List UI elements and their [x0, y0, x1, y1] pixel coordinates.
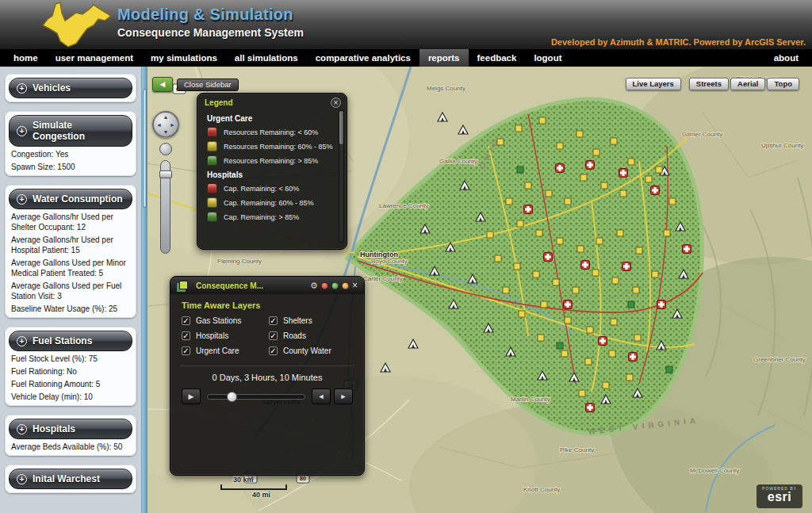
- gas-station-marker[interactable]: [546, 190, 552, 197]
- gas-station-marker[interactable]: [628, 159, 634, 165]
- gas-station-marker[interactable]: [503, 287, 509, 293]
- gas-station-marker[interactable]: [565, 198, 571, 205]
- gas-station-marker[interactable]: [557, 143, 563, 149]
- play-button[interactable]: ▶: [182, 389, 201, 404]
- legend-scrollbar[interactable]: [339, 109, 344, 243]
- close-icon[interactable]: ×: [331, 98, 341, 108]
- sidebar-scrollbar[interactable]: [141, 67, 147, 513]
- pan-east-icon[interactable]: ►: [170, 122, 175, 128]
- gas-station-marker[interactable]: [636, 247, 642, 254]
- gas-station-marker[interactable]: [593, 149, 599, 155]
- pan-control[interactable]: ▲ ▼ ◄ ►: [152, 111, 179, 138]
- pan-west-icon[interactable]: ◄: [156, 122, 162, 128]
- zoom-slider-thumb[interactable]: [159, 170, 172, 178]
- gas-station-marker[interactable]: [497, 139, 504, 145]
- basemap-button-live-layers[interactable]: Live Layers: [626, 78, 681, 90]
- pan-north-icon[interactable]: ▲: [163, 114, 169, 120]
- nav-item-user-management[interactable]: user management: [47, 49, 142, 67]
- layer-toggle-shelters[interactable]: ✓Shelters: [269, 316, 353, 325]
- gas-station-marker[interactable]: [611, 319, 617, 325]
- gas-station-marker[interactable]: [538, 335, 544, 341]
- gas-station-marker[interactable]: [617, 230, 623, 236]
- step-back-button[interactable]: ◄: [312, 389, 331, 404]
- gas-station-marker[interactable]: [514, 263, 520, 270]
- pan-south-icon[interactable]: ▼: [163, 129, 169, 135]
- layer-toggle-roads[interactable]: ✓Roads: [269, 331, 353, 340]
- sidebar-button-vehicles[interactable]: +Vehicles: [9, 78, 132, 98]
- gas-station-marker[interactable]: [557, 238, 563, 244]
- gas-station-marker[interactable]: [656, 167, 662, 173]
- checkbox-icon[interactable]: ✓: [182, 346, 190, 355]
- time-slider-thumb[interactable]: [227, 392, 237, 402]
- nav-item-my-simulations[interactable]: my simulations: [142, 49, 226, 67]
- gas-station-marker[interactable]: [669, 198, 676, 205]
- layer-toggle-county-water[interactable]: ✓County Water: [269, 346, 353, 355]
- sidebar-button-inital-warchest[interactable]: +Inital Warchest: [9, 469, 132, 489]
- gas-station-marker[interactable]: [596, 238, 603, 244]
- nav-item-home[interactable]: home: [5, 49, 47, 67]
- layer-toggle-urgent-care[interactable]: ✓Urgent Care: [182, 346, 266, 355]
- gas-station-marker[interactable]: [577, 246, 584, 252]
- status-green-icon[interactable]: [331, 282, 339, 289]
- water-marker[interactable]: [666, 366, 672, 373]
- gas-station-marker[interactable]: [592, 270, 599, 276]
- gas-station-marker[interactable]: [519, 311, 525, 317]
- time-widget-titlebar[interactable]: Consequence M... ⚙ ×: [170, 277, 364, 294]
- basemap-button-topo[interactable]: Topo: [767, 78, 799, 90]
- gas-station-marker[interactable]: [553, 279, 559, 285]
- nav-item-comparative-analytics[interactable]: comparative analytics: [307, 49, 419, 67]
- gas-station-marker[interactable]: [576, 131, 583, 137]
- gas-station-marker[interactable]: [645, 176, 652, 182]
- gas-station-marker[interactable]: [515, 125, 522, 132]
- gas-station-marker[interactable]: [579, 390, 585, 396]
- gas-station-marker[interactable]: [539, 117, 546, 124]
- water-marker[interactable]: [628, 301, 634, 308]
- basemap-button-aerial[interactable]: Aerial: [730, 78, 765, 90]
- legend-scrollbar-thumb[interactable]: [339, 111, 343, 144]
- gas-station-marker[interactable]: [652, 271, 658, 278]
- water-marker[interactable]: [517, 167, 523, 173]
- gas-station-marker[interactable]: [587, 327, 593, 333]
- gas-station-marker[interactable]: [536, 230, 542, 236]
- gas-station-marker[interactable]: [573, 287, 579, 293]
- gas-station-marker[interactable]: [487, 232, 493, 238]
- gas-station-marker[interactable]: [664, 230, 670, 236]
- nav-item-all-simulations[interactable]: all simulations: [226, 49, 307, 67]
- gas-station-marker[interactable]: [603, 382, 609, 389]
- layer-toggle-hospitals[interactable]: ✓Hospitals: [182, 331, 266, 340]
- gas-station-marker[interactable]: [565, 317, 571, 323]
- nav-item-about[interactable]: about: [765, 49, 807, 67]
- gas-station-marker[interactable]: [601, 182, 607, 189]
- gas-station-marker[interactable]: [611, 138, 617, 144]
- gas-station-marker[interactable]: [585, 358, 592, 365]
- basemap-button-streets[interactable]: Streets: [689, 78, 729, 90]
- gas-station-marker[interactable]: [634, 335, 641, 341]
- nav-item-feedback[interactable]: feedback: [469, 49, 526, 67]
- time-slider[interactable]: [207, 394, 305, 400]
- gear-icon[interactable]: ⚙: [310, 281, 318, 290]
- gas-station-marker[interactable]: [506, 198, 512, 205]
- gas-station-marker[interactable]: [561, 350, 568, 357]
- gas-station-marker[interactable]: [620, 190, 626, 197]
- gas-station-marker[interactable]: [626, 374, 633, 381]
- gas-station-marker[interactable]: [612, 278, 619, 284]
- gas-station-marker[interactable]: [517, 220, 523, 227]
- close-sidebar-button[interactable]: Close Sidebar: [177, 78, 239, 91]
- layer-toggle-gas-stations[interactable]: ✓Gas Stations: [182, 316, 266, 325]
- checkbox-icon[interactable]: ✓: [269, 316, 278, 325]
- nav-item-reports[interactable]: reports: [419, 49, 469, 67]
- scrollbar-thumb[interactable]: [143, 89, 147, 208]
- zoom-home-button[interactable]: [159, 143, 172, 155]
- sidebar-button-fuel-stations[interactable]: +Fuel Stations: [9, 331, 132, 351]
- nav-item-logout[interactable]: logout: [525, 49, 570, 67]
- sidebar-button-hospitals[interactable]: +Hospitals: [9, 419, 132, 439]
- checkbox-icon[interactable]: ✓: [269, 331, 278, 340]
- status-red-icon[interactable]: [321, 282, 328, 289]
- gas-station-marker[interactable]: [495, 255, 501, 262]
- gas-station-marker[interactable]: [541, 301, 547, 308]
- sidebar-button-water-consumption[interactable]: +Water Consumption: [9, 189, 132, 209]
- collapse-sidebar-arrow-button[interactable]: ◄: [152, 77, 173, 92]
- gas-station-marker[interactable]: [633, 287, 639, 293]
- step-forward-button[interactable]: ►: [334, 389, 353, 404]
- map-canvas[interactable]: Ritchie CountyMeigs CountyGilmer CountyU…: [147, 67, 812, 513]
